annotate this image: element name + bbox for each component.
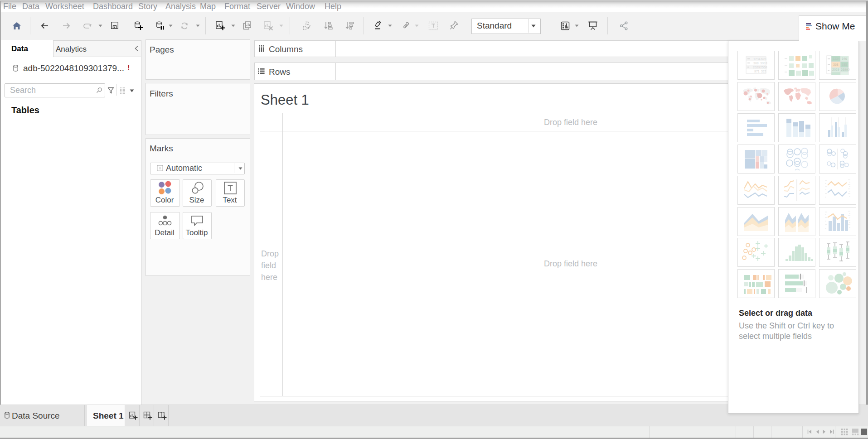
svg-text:2029: 2029 xyxy=(832,68,839,71)
svg-text:368: 368 xyxy=(833,63,839,66)
svg-text:678: 678 xyxy=(761,58,766,61)
svg-text:546: 546 xyxy=(842,57,847,60)
svg-text:2558: 2558 xyxy=(760,66,767,69)
svg-text:385: 385 xyxy=(842,63,847,66)
svg-text:971: 971 xyxy=(754,70,760,73)
svg-text:1234: 1234 xyxy=(833,57,840,60)
svg-text:322: 322 xyxy=(761,70,766,73)
svg-text:368: 368 xyxy=(753,62,759,65)
svg-text:3033: 3033 xyxy=(760,62,767,65)
svg-text:2029: 2029 xyxy=(753,66,760,69)
svg-text:1234: 1234 xyxy=(753,58,761,61)
